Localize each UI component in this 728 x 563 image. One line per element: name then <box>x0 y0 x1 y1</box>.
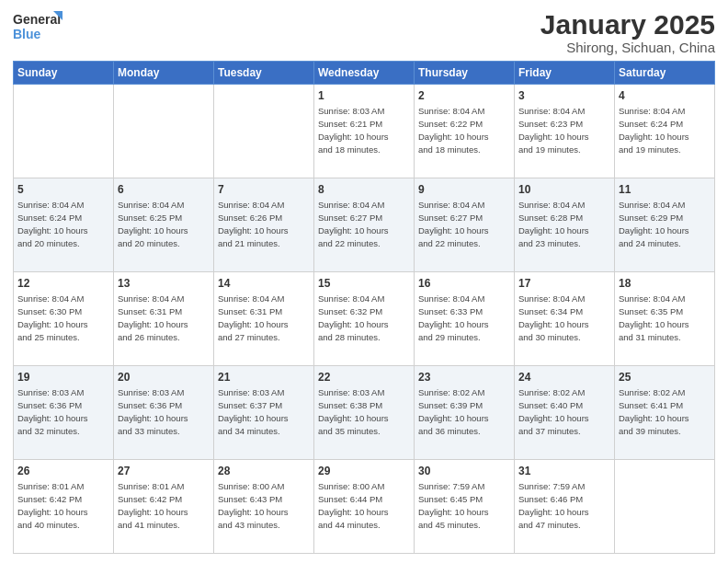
logo: General Blue <box>13 9 63 46</box>
day-info: Sunrise: 8:00 AMSunset: 6:43 PMDaylight:… <box>218 481 289 529</box>
table-row: 6Sunrise: 8:04 AMSunset: 6:25 PMDaylight… <box>114 178 214 272</box>
day-info: Sunrise: 8:01 AMSunset: 6:42 PMDaylight:… <box>17 481 88 529</box>
day-number: 29 <box>318 464 410 478</box>
table-row: 25Sunrise: 8:02 AMSunset: 6:41 PMDayligh… <box>615 366 715 460</box>
day-number: 25 <box>619 370 711 385</box>
day-info: Sunrise: 8:04 AMSunset: 6:23 PMDaylight:… <box>518 106 589 154</box>
day-info: Sunrise: 8:03 AMSunset: 6:38 PMDaylight:… <box>318 387 389 435</box>
day-info: Sunrise: 8:04 AMSunset: 6:31 PMDaylight:… <box>118 293 188 341</box>
table-row <box>114 85 214 178</box>
table-row: 1Sunrise: 8:03 AMSunset: 6:21 PMDaylight… <box>314 85 415 178</box>
day-info: Sunrise: 8:04 AMSunset: 6:22 PMDaylight:… <box>418 106 489 154</box>
header-friday: Friday <box>515 62 615 85</box>
table-row <box>214 85 314 178</box>
table-row: 16Sunrise: 8:04 AMSunset: 6:33 PMDayligh… <box>415 272 515 366</box>
day-info: Sunrise: 8:04 AMSunset: 6:33 PMDaylight:… <box>418 293 489 341</box>
day-number: 27 <box>118 464 210 478</box>
day-info: Sunrise: 8:04 AMSunset: 6:28 PMDaylight:… <box>518 200 589 247</box>
day-number: 31 <box>518 464 610 478</box>
day-number: 28 <box>218 464 310 478</box>
day-number: 15 <box>318 276 410 291</box>
table-row: 21Sunrise: 8:03 AMSunset: 6:37 PMDayligh… <box>214 366 314 460</box>
table-row: 7Sunrise: 8:04 AMSunset: 6:26 PMDaylight… <box>214 178 314 272</box>
table-row: 23Sunrise: 8:02 AMSunset: 6:39 PMDayligh… <box>415 366 515 460</box>
day-number: 24 <box>518 370 610 385</box>
table-row: 28Sunrise: 8:00 AMSunset: 6:43 PMDayligh… <box>214 460 314 554</box>
day-number: 21 <box>218 370 310 385</box>
table-row: 5Sunrise: 8:04 AMSunset: 6:24 PMDaylight… <box>14 178 114 272</box>
table-row: 15Sunrise: 8:04 AMSunset: 6:32 PMDayligh… <box>314 272 415 366</box>
day-info: Sunrise: 8:04 AMSunset: 6:32 PMDaylight:… <box>318 293 389 341</box>
table-row: 31Sunrise: 7:59 AMSunset: 6:46 PMDayligh… <box>515 460 615 554</box>
day-number: 10 <box>518 182 610 197</box>
day-info: Sunrise: 8:04 AMSunset: 6:29 PMDaylight:… <box>619 200 689 247</box>
day-info: Sunrise: 8:04 AMSunset: 6:34 PMDaylight:… <box>518 293 589 341</box>
day-number: 6 <box>118 182 210 197</box>
day-number: 7 <box>218 182 310 197</box>
day-number: 8 <box>318 182 410 197</box>
table-row: 26Sunrise: 8:01 AMSunset: 6:42 PMDayligh… <box>14 460 114 554</box>
logo-svg: General Blue <box>13 9 63 46</box>
day-number: 16 <box>418 276 510 291</box>
day-number: 18 <box>619 276 711 291</box>
calendar-body: 1Sunrise: 8:03 AMSunset: 6:21 PMDaylight… <box>14 85 715 554</box>
day-number: 2 <box>418 88 510 103</box>
day-number: 12 <box>17 276 109 291</box>
day-info: Sunrise: 8:04 AMSunset: 6:24 PMDaylight:… <box>17 200 88 247</box>
day-number: 17 <box>518 276 610 291</box>
day-info: Sunrise: 8:02 AMSunset: 6:41 PMDaylight:… <box>619 387 689 435</box>
calendar-table: Sunday Monday Tuesday Wednesday Thursday… <box>13 61 715 554</box>
day-number: 5 <box>17 182 109 197</box>
day-number: 20 <box>118 370 210 385</box>
table-row: 30Sunrise: 7:59 AMSunset: 6:45 PMDayligh… <box>415 460 515 554</box>
day-info: Sunrise: 8:04 AMSunset: 6:27 PMDaylight:… <box>418 200 489 247</box>
day-info: Sunrise: 8:04 AMSunset: 6:25 PMDaylight:… <box>118 200 188 247</box>
table-row: 19Sunrise: 8:03 AMSunset: 6:36 PMDayligh… <box>14 366 114 460</box>
table-row <box>615 460 715 554</box>
table-row: 27Sunrise: 8:01 AMSunset: 6:42 PMDayligh… <box>114 460 214 554</box>
day-number: 13 <box>118 276 210 291</box>
table-row: 20Sunrise: 8:03 AMSunset: 6:36 PMDayligh… <box>114 366 214 460</box>
day-info: Sunrise: 8:04 AMSunset: 6:35 PMDaylight:… <box>619 293 689 341</box>
day-info: Sunrise: 8:00 AMSunset: 6:44 PMDaylight:… <box>318 481 389 529</box>
header-monday: Monday <box>114 62 214 85</box>
day-info: Sunrise: 7:59 AMSunset: 6:46 PMDaylight:… <box>518 481 589 529</box>
svg-text:General: General <box>13 12 61 27</box>
day-info: Sunrise: 8:03 AMSunset: 6:36 PMDaylight:… <box>118 387 188 435</box>
day-number: 9 <box>418 182 510 197</box>
day-info: Sunrise: 8:02 AMSunset: 6:39 PMDaylight:… <box>418 387 489 435</box>
day-info: Sunrise: 8:04 AMSunset: 6:31 PMDaylight:… <box>218 293 289 341</box>
day-info: Sunrise: 7:59 AMSunset: 6:45 PMDaylight:… <box>418 481 489 529</box>
header-thursday: Thursday <box>415 62 515 85</box>
day-info: Sunrise: 8:04 AMSunset: 6:24 PMDaylight:… <box>619 106 689 154</box>
header-wednesday: Wednesday <box>314 62 415 85</box>
day-info: Sunrise: 8:03 AMSunset: 6:21 PMDaylight:… <box>318 106 389 154</box>
page-header: General Blue January 2025 Shirong, Sichu… <box>13 9 715 55</box>
day-number: 30 <box>418 464 510 478</box>
svg-text:Blue: Blue <box>13 27 41 41</box>
table-row: 4Sunrise: 8:04 AMSunset: 6:24 PMDaylight… <box>615 85 715 178</box>
table-row: 24Sunrise: 8:02 AMSunset: 6:40 PMDayligh… <box>515 366 615 460</box>
day-number: 11 <box>619 182 711 197</box>
day-info: Sunrise: 8:01 AMSunset: 6:42 PMDaylight:… <box>118 481 188 529</box>
day-info: Sunrise: 8:02 AMSunset: 6:40 PMDaylight:… <box>518 387 589 435</box>
table-row: 10Sunrise: 8:04 AMSunset: 6:28 PMDayligh… <box>515 178 615 272</box>
title-block: January 2025 Shirong, Sichuan, China <box>540 9 715 55</box>
table-row: 9Sunrise: 8:04 AMSunset: 6:27 PMDaylight… <box>415 178 515 272</box>
table-row: 14Sunrise: 8:04 AMSunset: 6:31 PMDayligh… <box>214 272 314 366</box>
table-row: 22Sunrise: 8:03 AMSunset: 6:38 PMDayligh… <box>314 366 415 460</box>
table-row <box>14 85 114 178</box>
table-row: 29Sunrise: 8:00 AMSunset: 6:44 PMDayligh… <box>314 460 415 554</box>
table-row: 17Sunrise: 8:04 AMSunset: 6:34 PMDayligh… <box>515 272 615 366</box>
day-number: 1 <box>318 88 410 103</box>
table-row: 8Sunrise: 8:04 AMSunset: 6:27 PMDaylight… <box>314 178 415 272</box>
day-info: Sunrise: 8:03 AMSunset: 6:36 PMDaylight:… <box>17 387 88 435</box>
table-row: 2Sunrise: 8:04 AMSunset: 6:22 PMDaylight… <box>415 85 515 178</box>
table-row: 3Sunrise: 8:04 AMSunset: 6:23 PMDaylight… <box>515 85 615 178</box>
header-saturday: Saturday <box>615 62 715 85</box>
calendar-subtitle: Shirong, Sichuan, China <box>540 40 715 55</box>
table-row: 18Sunrise: 8:04 AMSunset: 6:35 PMDayligh… <box>615 272 715 366</box>
calendar-title: January 2025 <box>540 9 715 40</box>
day-number: 3 <box>518 88 610 103</box>
day-info: Sunrise: 8:04 AMSunset: 6:26 PMDaylight:… <box>218 200 289 247</box>
